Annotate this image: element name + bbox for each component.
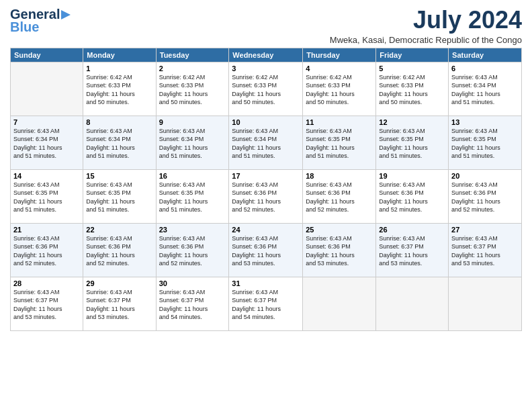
day-number: 4 <box>306 64 373 73</box>
day-info: Sunrise: 6:43 AM Sunset: 6:36 PM Dayligh… <box>451 181 519 214</box>
logo-arrow-icon <box>61 10 73 19</box>
day-info: Sunrise: 6:43 AM Sunset: 6:35 PM Dayligh… <box>13 181 80 214</box>
day-info: Sunrise: 6:43 AM Sunset: 6:37 PM Dayligh… <box>451 234 519 268</box>
calendar-day-cell: 20Sunrise: 6:43 AM Sunset: 6:36 PM Dayli… <box>449 169 522 223</box>
calendar-empty-cell <box>376 277 449 330</box>
day-info: Sunrise: 6:43 AM Sunset: 6:34 PM Dayligh… <box>159 127 226 161</box>
calendar-day-cell: 3Sunrise: 6:42 AM Sunset: 6:33 PM Daylig… <box>229 62 303 116</box>
calendar-day-cell: 14Sunrise: 6:43 AM Sunset: 6:35 PM Dayli… <box>11 169 83 223</box>
calendar-week-row: 14Sunrise: 6:43 AM Sunset: 6:35 PM Dayli… <box>11 169 522 223</box>
day-number: 15 <box>86 172 152 180</box>
day-info: Sunrise: 6:43 AM Sunset: 6:35 PM Dayligh… <box>306 127 373 161</box>
calendar-day-cell: 1Sunrise: 6:42 AM Sunset: 6:33 PM Daylig… <box>83 62 156 116</box>
day-info: Sunrise: 6:43 AM Sunset: 6:34 PM Dayligh… <box>232 127 300 161</box>
calendar-header-row: SundayMondayTuesdayWednesdayThursdayFrid… <box>11 48 522 62</box>
day-info: Sunrise: 6:42 AM Sunset: 6:33 PM Dayligh… <box>159 73 226 107</box>
day-number: 7 <box>13 118 80 126</box>
day-of-week-header: Friday <box>376 48 449 62</box>
calendar-day-cell: 22Sunrise: 6:43 AM Sunset: 6:36 PM Dayli… <box>83 223 156 277</box>
day-number: 9 <box>159 118 226 126</box>
day-number: 18 <box>306 172 373 180</box>
calendar-day-cell: 11Sunrise: 6:43 AM Sunset: 6:35 PM Dayli… <box>303 116 376 169</box>
day-number: 14 <box>13 172 80 180</box>
day-info: Sunrise: 6:43 AM Sunset: 6:37 PM Dayligh… <box>86 288 152 322</box>
day-number: 11 <box>306 118 373 126</box>
day-info: Sunrise: 6:43 AM Sunset: 6:34 PM Dayligh… <box>13 127 80 161</box>
svg-marker-0 <box>61 10 71 19</box>
day-info: Sunrise: 6:43 AM Sunset: 6:35 PM Dayligh… <box>451 127 519 161</box>
day-info: Sunrise: 6:43 AM Sunset: 6:37 PM Dayligh… <box>379 234 445 268</box>
calendar-day-cell: 6Sunrise: 6:43 AM Sunset: 6:34 PM Daylig… <box>449 62 522 116</box>
day-info: Sunrise: 6:43 AM Sunset: 6:36 PM Dayligh… <box>379 181 445 214</box>
day-info: Sunrise: 6:43 AM Sunset: 6:37 PM Dayligh… <box>159 288 226 322</box>
calendar-day-cell: 30Sunrise: 6:43 AM Sunset: 6:37 PM Dayli… <box>156 277 229 330</box>
day-info: Sunrise: 6:43 AM Sunset: 6:36 PM Dayligh… <box>159 234 226 268</box>
day-info: Sunrise: 6:43 AM Sunset: 6:36 PM Dayligh… <box>306 181 373 214</box>
calendar-day-cell: 24Sunrise: 6:43 AM Sunset: 6:36 PM Dayli… <box>229 223 303 277</box>
header: General Blue July 2024 Mweka, Kasai, Dem… <box>10 7 522 45</box>
calendar-day-cell: 9Sunrise: 6:43 AM Sunset: 6:34 PM Daylig… <box>156 116 229 169</box>
calendar-day-cell: 27Sunrise: 6:43 AM Sunset: 6:37 PM Dayli… <box>449 223 522 277</box>
day-number: 26 <box>379 226 445 234</box>
title-block: July 2024 Mweka, Kasai, Democratic Repub… <box>330 7 522 45</box>
calendar-day-cell: 17Sunrise: 6:43 AM Sunset: 6:36 PM Dayli… <box>229 169 303 223</box>
day-number: 17 <box>232 172 300 180</box>
day-info: Sunrise: 6:43 AM Sunset: 6:34 PM Dayligh… <box>86 127 152 161</box>
calendar-day-cell: 19Sunrise: 6:43 AM Sunset: 6:36 PM Dayli… <box>376 169 449 223</box>
calendar-page: General Blue July 2024 Mweka, Kasai, Dem… <box>0 0 532 411</box>
calendar-day-cell: 8Sunrise: 6:43 AM Sunset: 6:34 PM Daylig… <box>83 116 156 169</box>
day-info: Sunrise: 6:43 AM Sunset: 6:36 PM Dayligh… <box>232 181 300 214</box>
calendar-week-row: 1Sunrise: 6:42 AM Sunset: 6:33 PM Daylig… <box>11 62 522 116</box>
day-info: Sunrise: 6:43 AM Sunset: 6:34 PM Dayligh… <box>451 73 519 107</box>
day-of-week-header: Monday <box>83 48 156 62</box>
calendar-empty-cell <box>449 277 522 330</box>
day-info: Sunrise: 6:43 AM Sunset: 6:35 PM Dayligh… <box>159 181 226 214</box>
day-number: 10 <box>232 118 300 126</box>
calendar-day-cell: 15Sunrise: 6:43 AM Sunset: 6:35 PM Dayli… <box>83 169 156 223</box>
calendar-day-cell: 7Sunrise: 6:43 AM Sunset: 6:34 PM Daylig… <box>11 116 83 169</box>
calendar-day-cell: 10Sunrise: 6:43 AM Sunset: 6:34 PM Dayli… <box>229 116 303 169</box>
calendar-day-cell: 26Sunrise: 6:43 AM Sunset: 6:37 PM Dayli… <box>376 223 449 277</box>
day-info: Sunrise: 6:43 AM Sunset: 6:37 PM Dayligh… <box>13 288 80 322</box>
day-info: Sunrise: 6:43 AM Sunset: 6:36 PM Dayligh… <box>13 234 80 268</box>
calendar-day-cell: 28Sunrise: 6:43 AM Sunset: 6:37 PM Dayli… <box>11 277 83 330</box>
day-info: Sunrise: 6:42 AM Sunset: 6:33 PM Dayligh… <box>232 73 300 107</box>
day-info: Sunrise: 6:43 AM Sunset: 6:35 PM Dayligh… <box>379 127 445 161</box>
calendar-day-cell: 4Sunrise: 6:42 AM Sunset: 6:33 PM Daylig… <box>303 62 376 116</box>
day-info: Sunrise: 6:43 AM Sunset: 6:35 PM Dayligh… <box>86 181 152 214</box>
day-number: 24 <box>232 226 300 234</box>
logo: General Blue <box>10 7 73 35</box>
day-number: 22 <box>86 226 152 234</box>
calendar-week-row: 21Sunrise: 6:43 AM Sunset: 6:36 PM Dayli… <box>11 223 522 277</box>
month-year-title: July 2024 <box>330 7 522 34</box>
day-number: 3 <box>232 64 300 73</box>
day-number: 27 <box>451 226 519 234</box>
calendar-day-cell: 16Sunrise: 6:43 AM Sunset: 6:35 PM Dayli… <box>156 169 229 223</box>
calendar-day-cell: 29Sunrise: 6:43 AM Sunset: 6:37 PM Dayli… <box>83 277 156 330</box>
day-number: 19 <box>379 172 445 180</box>
day-number: 30 <box>159 279 226 287</box>
day-of-week-header: Thursday <box>303 48 376 62</box>
day-info: Sunrise: 6:42 AM Sunset: 6:33 PM Dayligh… <box>86 73 152 107</box>
day-number: 23 <box>159 226 226 234</box>
calendar-day-cell: 31Sunrise: 6:43 AM Sunset: 6:37 PM Dayli… <box>229 277 303 330</box>
day-info: Sunrise: 6:43 AM Sunset: 6:36 PM Dayligh… <box>232 234 300 268</box>
day-number: 31 <box>232 279 300 287</box>
day-number: 20 <box>451 172 519 180</box>
day-number: 6 <box>451 64 519 73</box>
calendar-day-cell: 18Sunrise: 6:43 AM Sunset: 6:36 PM Dayli… <box>303 169 376 223</box>
calendar-empty-cell <box>11 62 83 116</box>
day-number: 21 <box>13 226 80 234</box>
calendar-table: SundayMondayTuesdayWednesdayThursdayFrid… <box>10 48 522 331</box>
day-number: 25 <box>306 226 373 234</box>
calendar-day-cell: 12Sunrise: 6:43 AM Sunset: 6:35 PM Dayli… <box>376 116 449 169</box>
day-of-week-header: Wednesday <box>229 48 303 62</box>
calendar-empty-cell <box>303 277 376 330</box>
calendar-day-cell: 23Sunrise: 6:43 AM Sunset: 6:36 PM Dayli… <box>156 223 229 277</box>
calendar-week-row: 7Sunrise: 6:43 AM Sunset: 6:34 PM Daylig… <box>11 116 522 169</box>
day-number: 12 <box>379 118 445 126</box>
day-info: Sunrise: 6:43 AM Sunset: 6:37 PM Dayligh… <box>232 288 300 322</box>
day-number: 29 <box>86 279 152 287</box>
day-info: Sunrise: 6:42 AM Sunset: 6:33 PM Dayligh… <box>379 73 445 107</box>
day-of-week-header: Saturday <box>449 48 522 62</box>
